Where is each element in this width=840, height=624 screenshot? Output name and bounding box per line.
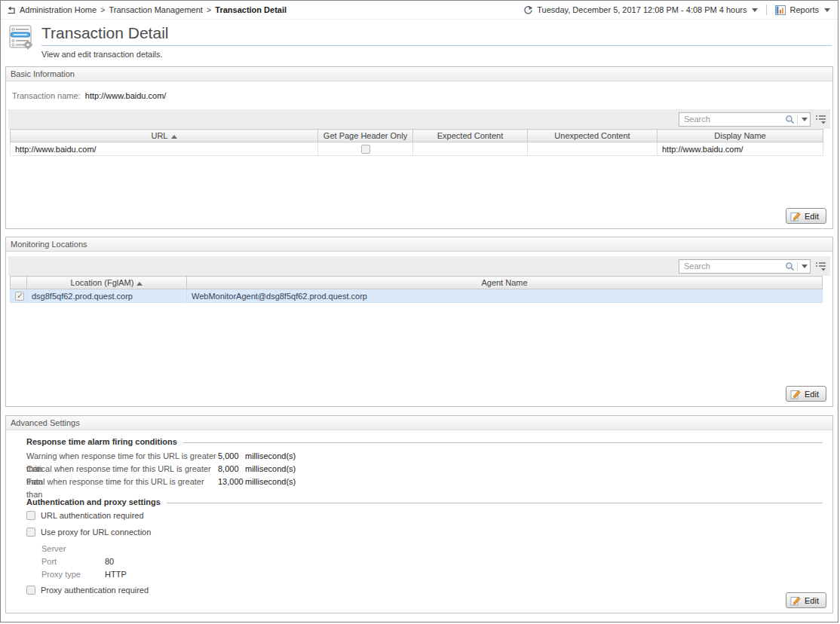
critical-threshold-value: 8,000 <box>218 463 245 476</box>
display-name-cell: http://www.baidu.com/ <box>658 142 823 156</box>
top-bar: Administration Home > Transaction Manage… <box>1 1 838 20</box>
page-title: Transaction Detail <box>41 23 832 46</box>
url-auth-checkbox[interactable] <box>26 511 35 520</box>
column-header-get-page-header-only[interactable]: Get Page Header Only <box>318 130 413 142</box>
basic-information-edit-button[interactable]: Edit <box>786 208 826 224</box>
breadcrumb-back-icon[interactable] <box>7 5 16 14</box>
breadcrumb-transaction-detail: Transaction Detail <box>215 5 287 14</box>
column-header-url[interactable]: URL <box>11 130 318 142</box>
time-range-icon <box>523 5 533 15</box>
transaction-detail-page: Administration Home > Transaction Manage… <box>0 0 838 622</box>
breadcrumb: Administration Home > Transaction Manage… <box>7 5 287 14</box>
column-header-select <box>11 277 27 289</box>
response-time-section-title: Response time alarm firing conditions <box>26 437 177 446</box>
advanced-settings-panel: Advanced Settings Response time alarm fi… <box>5 415 833 613</box>
breadcrumb-admin-home[interactable]: Administration Home <box>20 5 97 14</box>
location-select-cell <box>11 289 27 303</box>
advanced-settings-panel-title: Advanced Settings <box>6 416 832 430</box>
get-page-header-only-checkbox[interactable] <box>361 145 370 154</box>
column-header-agent-name[interactable]: Agent Name <box>187 277 823 289</box>
location-cell: dsg8f5qf62.prod.quest.corp <box>27 289 187 303</box>
use-proxy-row: Use proxy for URL connection <box>26 528 830 537</box>
url-auth-row: URL authentication required <box>26 511 830 520</box>
fatal-threshold-unit: millisecond(s) <box>245 476 296 488</box>
url-search-input[interactable] <box>682 114 785 124</box>
page-subtitle: View and edit transaction details. <box>41 50 832 59</box>
unexpected-content-cell <box>528 142 658 156</box>
column-header-location[interactable]: Location (FglAM) <box>27 277 187 289</box>
transaction-name-label: Transaction name: <box>12 91 81 100</box>
url-table-row[interactable]: http://www.baidu.com/ http://www.baidu.c… <box>11 142 823 156</box>
agent-name-cell: WebMonitorAgent@dsg8f5qf62.prod.quest.co… <box>187 289 823 303</box>
proxy-auth-row: Proxy authentication required <box>26 586 830 595</box>
edit-pencil-icon <box>790 389 801 399</box>
basic-information-body: Transaction name: http://www.baidu.com/ <box>6 91 832 156</box>
proxy-type-label: Proxy type <box>41 568 105 581</box>
monitoring-locations-body: Location (FglAM) Agent Name dsg8f5qf62.p… <box>6 252 832 303</box>
transaction-name-value: http://www.baidu.com/ <box>85 91 167 100</box>
reports-menu[interactable]: Reports <box>775 5 830 15</box>
response-time-section-header: Response time alarm firing conditions <box>26 437 823 446</box>
sort-ascending-icon <box>171 135 177 139</box>
section-divider-line <box>167 503 823 503</box>
title-content: Transaction Detail View and edit transac… <box>41 23 832 65</box>
breadcrumb-separator: > <box>207 5 211 14</box>
expected-content-cell <box>413 142 528 156</box>
breadcrumb-transaction-management[interactable]: Transaction Management <box>109 5 203 14</box>
fatal-threshold-label: Fatal when response time for this URL is… <box>26 476 218 488</box>
use-proxy-label: Use proxy for URL connection <box>41 528 151 537</box>
fatal-threshold-row: Fatal when response time for this URL is… <box>26 476 830 488</box>
transaction-detail-icon <box>8 25 34 50</box>
proxy-port-label: Port <box>41 555 105 568</box>
edit-button-label: Edit <box>805 596 819 605</box>
monitoring-locations-panel-title: Monitoring Locations <box>6 237 832 252</box>
warning-threshold-row: Warning when response time for this URL … <box>26 450 830 463</box>
proxy-auth-label: Proxy authentication required <box>41 586 149 595</box>
column-header-unexpected-content[interactable]: Unexpected Content <box>528 130 658 142</box>
basic-information-panel-title: Basic Information <box>6 67 832 81</box>
warning-threshold-unit: millisecond(s) <box>245 450 296 463</box>
proxy-port-row: Port 80 <box>41 555 830 568</box>
search-divider <box>797 262 798 271</box>
url-auth-label: URL authentication required <box>41 511 144 520</box>
topbar-divider <box>766 5 767 15</box>
locations-search-input[interactable] <box>682 261 785 271</box>
chevron-down-icon <box>824 8 830 12</box>
search-options-chevron-icon[interactable] <box>802 265 808 268</box>
proxy-auth-checkbox[interactable] <box>26 586 35 595</box>
column-header-expected-content[interactable]: Expected Content <box>413 130 528 142</box>
sort-ascending-icon <box>136 282 143 286</box>
edit-pencil-icon <box>790 595 801 606</box>
search-icon[interactable] <box>785 262 795 271</box>
proxy-type-row: Proxy type HTTP <box>41 568 830 581</box>
column-header-display-name[interactable]: Display Name <box>658 130 823 142</box>
advanced-settings-body: Response time alarm firing conditions Wa… <box>6 437 832 595</box>
table-customizer-icon[interactable] <box>815 261 827 271</box>
reports-icon <box>775 5 786 15</box>
location-table-row[interactable]: dsg8f5qf62.prod.quest.corp WebMonitorAge… <box>11 289 823 303</box>
location-checkbox[interactable] <box>15 292 24 301</box>
fatal-threshold-value: 13,000 <box>218 476 245 488</box>
topbar-right: Tuesday, December 5, 2017 12:08 PM - 4:0… <box>523 5 830 15</box>
get-page-header-only-cell <box>318 142 413 156</box>
url-search-box <box>679 112 811 127</box>
locations-table: Location (FglAM) Agent Name dsg8f5qf62.p… <box>10 276 823 303</box>
advanced-settings-edit-button[interactable]: Edit <box>786 592 826 608</box>
title-block: Transaction Detail View and edit transac… <box>1 20 838 65</box>
search-divider <box>797 115 798 124</box>
locations-search-box <box>679 259 811 274</box>
breadcrumb-separator: > <box>100 5 105 14</box>
locations-table-header-row: Location (FglAM) Agent Name <box>11 277 823 289</box>
use-proxy-checkbox[interactable] <box>26 528 35 537</box>
monitoring-locations-edit-button[interactable]: Edit <box>786 386 826 402</box>
search-icon[interactable] <box>785 115 795 124</box>
url-table-header-row: URL Get Page Header Only Expected Conten… <box>11 130 823 142</box>
url-cell: http://www.baidu.com/ <box>11 142 318 156</box>
auth-proxy-section-title: Authentication and proxy settings <box>26 497 161 506</box>
proxy-server-label: Server <box>41 543 105 555</box>
warning-threshold-label: Warning when response time for this URL … <box>26 450 218 463</box>
time-range-selector[interactable]: Tuesday, December 5, 2017 12:08 PM - 4:0… <box>523 5 758 15</box>
url-table: URL Get Page Header Only Expected Conten… <box>10 129 823 156</box>
table-customizer-icon[interactable] <box>815 114 827 124</box>
search-options-chevron-icon[interactable] <box>802 118 808 121</box>
